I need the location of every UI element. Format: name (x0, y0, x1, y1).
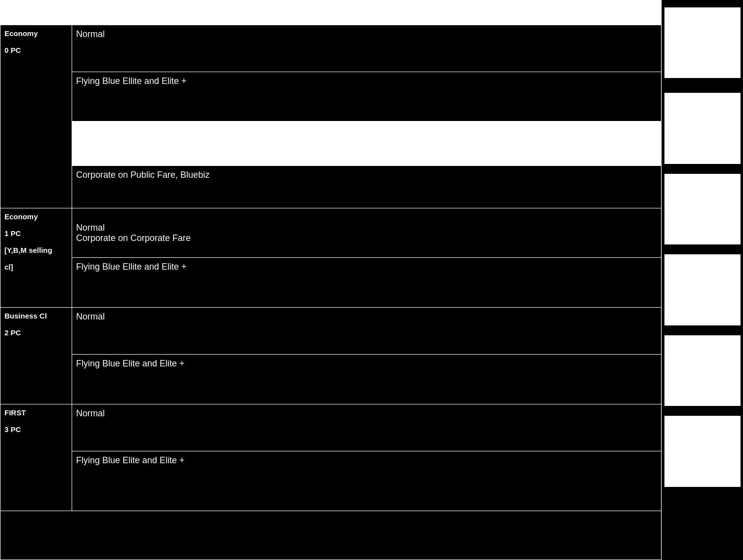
right-gap-2 (662, 166, 743, 171)
row-header-business-line2: 2 PC (4, 328, 68, 337)
table-area: Economy 0 PC Normal Flying Blue Ellite a… (0, 25, 661, 560)
row-cells-business: Normal Flying Blue Elite and Elite + (72, 308, 661, 404)
cell-business-normal: Normal (72, 308, 661, 355)
right-box-3 (664, 174, 741, 244)
row-header-economy-1-line2: 1 PC (4, 229, 68, 238)
right-gap-1 (662, 80, 743, 90)
row-cells-first: Normal Flying Blue Elite and Elite + (72, 404, 661, 511)
cell-economy0-normal: Normal (72, 25, 661, 72)
right-gap-4 (662, 328, 743, 333)
right-panel (661, 0, 743, 560)
cell-economy1-flying-blue: Flying Blue Ellite and Elite + (72, 258, 661, 307)
row-header-business-line1: Business Cl (4, 312, 68, 320)
row-cells-economy-0: Normal Flying Blue Ellite and Elite + Co… (72, 25, 661, 208)
row-header-economy-1-line4: cl] (4, 263, 68, 271)
right-box-1 (664, 7, 741, 78)
row-header-business: Business Cl 2 PC (0, 308, 72, 404)
row-header-economy-0-line1: Economy (4, 29, 68, 38)
row-header-economy-1-line3: [Y,B,M selling (4, 246, 68, 254)
row-header-first: FIRST 3 PC (0, 404, 72, 511)
table-row: FIRST 3 PC Normal Flying Blue Elite and … (0, 404, 661, 511)
cell-business-flying-blue: Flying Blue Elite and Elite + (72, 355, 661, 404)
cell-first-flying-blue: Flying Blue Elite and Elite + (72, 451, 661, 501)
row-header-economy-0: Economy 0 PC (0, 25, 72, 208)
top-bar (0, 0, 661, 25)
right-gap-3 (662, 247, 743, 252)
right-bottom-fill (662, 489, 743, 560)
right-box-5 (664, 335, 741, 406)
left-panel: Economy 0 PC Normal Flying Blue Ellite a… (0, 0, 661, 560)
table-row: Economy 1 PC [Y,B,M selling cl] Normal C… (0, 208, 661, 308)
row-header-first-line2: 3 PC (4, 425, 68, 434)
right-gap-5 (662, 408, 743, 413)
row-header-economy-1: Economy 1 PC [Y,B,M selling cl] (0, 208, 72, 307)
cell-economy1-normal-corporate: Normal Corporate on Corporate Fare (72, 208, 661, 258)
row-header-economy-0-line2: 0 PC (4, 46, 68, 54)
table-row: Business Cl 2 PC Normal Flying Blue Elit… (0, 308, 661, 404)
right-box-4 (664, 254, 741, 325)
row-header-first-line1: FIRST (4, 408, 68, 417)
right-top-gap (662, 0, 743, 5)
main-container: Economy 0 PC Normal Flying Blue Ellite a… (0, 0, 743, 560)
cell-first-normal: Normal (72, 404, 661, 451)
right-box-6 (664, 416, 741, 486)
cell-economy0-flying-blue: Flying Blue Ellite and Elite + (72, 72, 661, 121)
row-cells-economy-1: Normal Corporate on Corporate Fare Flyin… (72, 208, 661, 307)
cell-economy0-corporate: Corporate on Public Fare, Bluebiz (72, 166, 661, 208)
row-header-economy-1-line1: Economy (4, 212, 68, 221)
table-row: Economy 0 PC Normal Flying Blue Ellite a… (0, 25, 661, 208)
cell-economy0-whitespace (72, 121, 661, 166)
right-box-2 (664, 93, 741, 163)
